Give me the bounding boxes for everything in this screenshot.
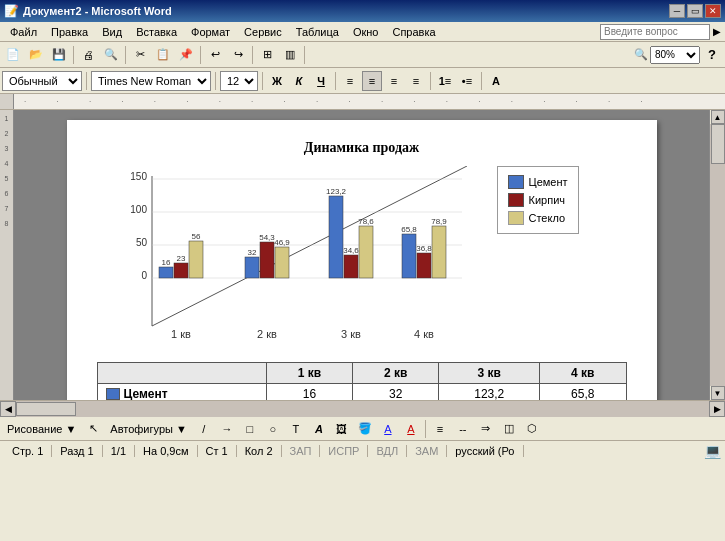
preview-button[interactable]: 🔍 — [100, 44, 122, 66]
fmt-sep2 — [215, 72, 216, 90]
document-area[interactable]: Динамика продаж 150 100 — [14, 110, 709, 400]
wordart-tool[interactable]: A — [308, 418, 330, 440]
vertical-scrollbar[interactable]: ▲ ▼ — [709, 110, 725, 400]
align-right-button[interactable]: ≡ — [384, 71, 404, 91]
status-col: Кол 2 — [237, 445, 282, 457]
scroll-left-button[interactable]: ◀ — [0, 401, 16, 417]
scroll-right-button[interactable]: ▶ — [709, 401, 725, 417]
draw-sep1 — [425, 420, 426, 438]
font-color-draw-tool[interactable]: A — [400, 418, 422, 440]
scroll-track[interactable] — [710, 124, 726, 386]
cement-q4: 65,8 — [540, 384, 626, 401]
size-select[interactable]: 12 — [220, 71, 258, 91]
align-center-button[interactable]: ≡ — [362, 71, 382, 91]
svg-text:16: 16 — [161, 258, 170, 267]
rect-tool[interactable]: □ — [239, 418, 261, 440]
numbering-button[interactable]: 1≡ — [435, 71, 455, 91]
3d-tool[interactable]: ⬡ — [521, 418, 543, 440]
zoom-select[interactable]: 80% — [650, 46, 700, 64]
save-button[interactable]: 💾 — [48, 44, 70, 66]
print-button[interactable]: 🖨 — [77, 44, 99, 66]
help-button[interactable]: ? — [701, 44, 723, 66]
cement-q1: 16 — [266, 384, 352, 401]
status-isp: ИСПР — [320, 445, 368, 457]
line-tool[interactable]: / — [193, 418, 215, 440]
textbox-tool[interactable]: T — [285, 418, 307, 440]
open-button[interactable]: 📂 — [25, 44, 47, 66]
style-select[interactable]: Обычный — [2, 71, 82, 91]
horizontal-scrollbar[interactable]: ◀ ▶ — [0, 400, 725, 416]
drawing-toolbar: Рисование ▼ ↖ Автофигуры ▼ / → □ ○ T A 🖼… — [0, 416, 725, 440]
title-bar-left: 📝 Документ2 - Microsoft Word — [4, 4, 172, 18]
underline-button[interactable]: Ч — [311, 71, 331, 91]
menu-service[interactable]: Сервис — [238, 25, 288, 39]
clipart-tool[interactable]: 🖼 — [331, 418, 353, 440]
undo-button[interactable]: ↩ — [204, 44, 226, 66]
oval-tool[interactable]: ○ — [262, 418, 284, 440]
line-style-tool[interactable]: ≡ — [429, 418, 451, 440]
redo-button[interactable]: ↪ — [227, 44, 249, 66]
scroll-down-button[interactable]: ▼ — [711, 386, 725, 400]
status-icon: 💻 — [704, 443, 721, 459]
title-bar-controls[interactable]: ─ ▭ ✕ — [669, 4, 721, 18]
menu-file[interactable]: Файл — [4, 25, 43, 39]
bold-button[interactable]: Ж — [267, 71, 287, 91]
bullets-button[interactable]: •≡ — [457, 71, 477, 91]
svg-text:32: 32 — [247, 248, 256, 257]
justify-button[interactable]: ≡ — [406, 71, 426, 91]
svg-rect-25 — [344, 255, 358, 278]
dash-style-tool[interactable]: -- — [452, 418, 474, 440]
restore-button[interactable]: ▭ — [687, 4, 703, 18]
fill-color-tool[interactable]: 🪣 — [354, 418, 376, 440]
table-button[interactable]: ⊞ — [256, 44, 278, 66]
menu-help[interactable]: Справка — [386, 25, 441, 39]
svg-rect-17 — [245, 257, 259, 278]
status-vdl: ВДЛ — [368, 445, 407, 457]
sep5 — [304, 46, 305, 64]
menu-window[interactable]: Окно — [347, 25, 385, 39]
font-color-button[interactable]: A — [486, 71, 506, 91]
menu-insert[interactable]: Вставка — [130, 25, 183, 39]
legend-color-brick — [508, 193, 524, 207]
scroll-up-button[interactable]: ▲ — [711, 110, 725, 124]
search-icon[interactable]: ▶ — [713, 26, 721, 37]
columns-button[interactable]: ▥ — [279, 44, 301, 66]
arrow-style-tool[interactable]: ⇒ — [475, 418, 497, 440]
row-label-cement: Цемент — [97, 384, 266, 401]
cement-q3: 123,2 — [439, 384, 540, 401]
copy-button[interactable]: 📋 — [152, 44, 174, 66]
sep3 — [200, 46, 201, 64]
svg-text:150: 150 — [130, 171, 147, 182]
svg-rect-26 — [359, 226, 373, 278]
menu-edit[interactable]: Правка — [45, 25, 94, 39]
legend-label-brick: Кирпич — [529, 194, 566, 206]
search-area[interactable]: ▶ — [600, 24, 721, 40]
shadow-tool[interactable]: ◫ — [498, 418, 520, 440]
search-input[interactable] — [600, 24, 710, 40]
arrow-draw-tool[interactable]: → — [216, 418, 238, 440]
menu-view[interactable]: Вид — [96, 25, 128, 39]
header-q4: 4 кв — [540, 363, 626, 384]
menu-format[interactable]: Формат — [185, 25, 236, 39]
ruler-corner — [0, 94, 14, 109]
menu-table[interactable]: Таблица — [290, 25, 345, 39]
svg-text:36,8: 36,8 — [416, 244, 432, 253]
chart-title: Динамика продаж — [97, 140, 627, 156]
svg-text:46,9: 46,9 — [274, 238, 290, 247]
cut-button[interactable]: ✂ — [129, 44, 151, 66]
autoshapes-button[interactable]: Автофигуры ▼ — [105, 418, 192, 440]
paste-button[interactable]: 📌 — [175, 44, 197, 66]
font-select[interactable]: Times New Roman — [91, 71, 211, 91]
document-page: Динамика продаж 150 100 — [67, 120, 657, 400]
new-button[interactable]: 📄 — [2, 44, 24, 66]
svg-text:4 кв: 4 кв — [414, 328, 434, 340]
italic-button[interactable]: К — [289, 71, 309, 91]
close-button[interactable]: ✕ — [705, 4, 721, 18]
align-left-button[interactable]: ≡ — [340, 71, 360, 91]
svg-text:2 кв: 2 кв — [257, 328, 277, 340]
minimize-button[interactable]: ─ — [669, 4, 685, 18]
arrow-tool[interactable]: ↖ — [82, 418, 104, 440]
line-color-tool[interactable]: A — [377, 418, 399, 440]
draw-menu-button[interactable]: Рисование ▼ — [2, 418, 81, 440]
h-scroll-track[interactable] — [16, 401, 709, 417]
